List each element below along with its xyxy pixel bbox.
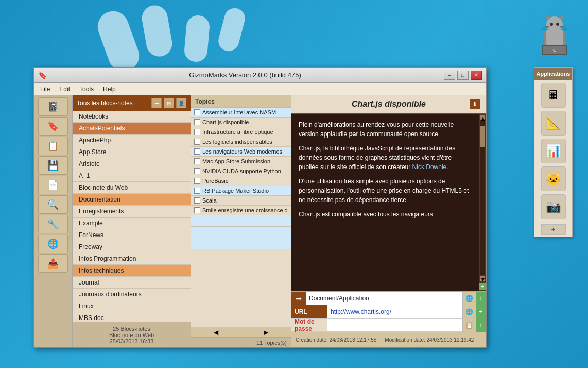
topic-item-empty-3	[191, 238, 291, 249]
note-item-journaux[interactable]: Journaux d'ordinateurs	[73, 289, 191, 300]
svg-marker-4	[559, 13, 565, 20]
topic-checkbox-macappstore[interactable]	[194, 158, 200, 164]
topic-checkbox-scala[interactable]	[194, 197, 200, 204]
app-icon-calculator[interactable]: 🖩	[541, 83, 566, 108]
note-item-aristote[interactable]: Aristote	[73, 158, 191, 170]
scroll-thumb[interactable]	[480, 126, 485, 147]
note-item-freeway[interactable]: Freeway	[73, 241, 191, 253]
app-icon-chart[interactable]: 📊	[541, 139, 566, 163]
maximize-button[interactable]: □	[457, 71, 469, 80]
topic-item-smile[interactable]: Smile enregistre une croissance d	[191, 206, 291, 215]
topic-checkbox-assembleur[interactable]	[194, 109, 200, 115]
note-item-infostech[interactable]: Infos techniques	[73, 265, 191, 277]
note-list-footer: 25 Blocs-notes Bloc-note du Web 25/03/20…	[73, 322, 191, 347]
content-add-btn[interactable]: +	[479, 283, 486, 290]
app-icon-camera[interactable]: 📷	[541, 194, 566, 219]
topic-item-macappstore[interactable]: Mac App Store Submission	[191, 157, 291, 166]
password-copy-btn[interactable]: 📋	[462, 319, 476, 332]
document-field-globe-btn[interactable]: 🌐	[462, 292, 476, 305]
topic-checkbox-purebasic[interactable]	[194, 178, 200, 184]
topic-checkbox-fibre[interactable]	[194, 129, 200, 135]
app-icon-document[interactable]: 📐	[541, 111, 566, 136]
note-list-icon-btn-1[interactable]: ☰	[151, 98, 162, 108]
note-item-notebooks[interactable]: Notebooks	[73, 111, 191, 123]
note-item-apachephp[interactable]: ApachePhp	[73, 135, 191, 146]
document-field-input[interactable]	[306, 292, 462, 305]
document-field-add-btn[interactable]: +	[476, 292, 486, 305]
content-body: Plein d'améliorations au rendez-vous pou…	[291, 114, 479, 291]
close-button[interactable]: ✕	[471, 71, 482, 80]
note-list-header: Tous les blocs-notes ☰ ⊞ 👤	[73, 95, 191, 111]
topic-item-navigateurs[interactable]: Les navigateurs Web modernes	[191, 147, 291, 157]
topic-checkbox-rbpackage[interactable]	[194, 188, 200, 194]
sidebar-icon-save[interactable]: 💾	[38, 156, 68, 175]
password-field-input[interactable]	[327, 319, 462, 331]
note-item-linux[interactable]: Linux	[73, 300, 191, 312]
topic-label-nvidia: NVIDIA CUDA supporte Python	[202, 168, 281, 174]
app-icon-animal[interactable]: 🐱	[541, 166, 566, 191]
note-list-items[interactable]: Notebooks AchatsPotentiels ApachePhp App…	[73, 111, 191, 322]
url-field-globe-btn[interactable]: 🌐	[462, 305, 476, 319]
scroll-up-btn[interactable]: ▲	[480, 115, 485, 120]
left-sidebar: 📓 🔖 📋 💾 📄 🔍 🔧 🌐 📤	[34, 95, 73, 347]
topic-item-assembleur[interactable]: Assembleur Intel avec NASM	[191, 108, 291, 118]
note-list-icon-btn-2[interactable]: ⊞	[164, 98, 174, 108]
note-item-mbsdoc[interactable]: MBS doc	[73, 312, 191, 322]
sidebar-icon-bookmarks[interactable]: 🔖	[38, 117, 68, 136]
note-item-infosprog[interactable]: Infos Programmation	[73, 253, 191, 265]
content-right-scrollbar[interactable]: ▲ ▼ +	[479, 114, 486, 291]
topic-checkbox-navigateurs[interactable]	[194, 148, 200, 155]
apps-add-button[interactable]: +	[541, 224, 566, 235]
note-item-fornews[interactable]: ForNews	[73, 229, 191, 241]
sidebar-icon-web[interactable]: 🌐	[38, 235, 68, 253]
content-title-text: Chart.js disponible	[308, 99, 470, 109]
topic-item-rbpackage[interactable]: RB Package Maker Studio	[191, 186, 291, 196]
note-item-achatspotentiels[interactable]: AchatsPotentiels	[73, 123, 191, 135]
sidebar-icon-clipboard[interactable]: 📋	[38, 137, 68, 155]
sidebar-icon-document[interactable]: 📄	[38, 176, 68, 194]
topic-item-logiciels[interactable]: Les logiciels indispensables	[191, 137, 291, 147]
note-item-example[interactable]: Example	[73, 218, 191, 229]
note-item-enregistrements[interactable]: Enregistrements	[73, 206, 191, 218]
content-title-bar: Chart.js disponible ⬇	[291, 95, 486, 114]
note-item-documentation[interactable]: Documentation	[73, 194, 191, 206]
note-item-journal[interactable]: Journal	[73, 277, 191, 289]
topics-list[interactable]: Assembleur Intel avec NASM Chart.js disp…	[191, 108, 291, 327]
topic-item-fibre[interactable]: Infrastructure à fibre optique	[191, 127, 291, 137]
notebook-label: Bloc-note du Web	[109, 332, 154, 338]
password-add-btn[interactable]: +	[476, 319, 486, 332]
url-field-add-btn[interactable]: +	[476, 305, 486, 319]
note-item-a1[interactable]: A_1	[73, 170, 191, 182]
menu-file[interactable]: File	[36, 85, 54, 94]
menu-edit[interactable]: Edit	[55, 85, 74, 94]
topic-checkbox-smile[interactable]	[194, 207, 200, 213]
topics-nav-prev[interactable]: ◀	[191, 327, 241, 337]
sidebar-icon-settings[interactable]: 🔧	[38, 215, 68, 233]
sidebar-icon-notebooks[interactable]: 📓	[38, 97, 68, 116]
content-para-2: Chart.js, la bibliothèque JavaScript de …	[299, 144, 472, 172]
scroll-down-btn[interactable]: ▼	[480, 276, 485, 281]
topic-item-scala[interactable]: Scala	[191, 196, 291, 206]
topic-item-nvidia[interactable]: NVIDIA CUDA supporte Python	[191, 166, 291, 176]
nick-downie-link[interactable]: Nick Downie	[412, 163, 447, 171]
topics-nav-next[interactable]: ▶	[241, 327, 291, 337]
note-list-icon-btn-profile[interactable]: 👤	[176, 98, 186, 108]
content-scroll-btn[interactable]: ⬇	[470, 99, 480, 109]
topics-panel: Topics Assembleur Intel avec NASM Chart.…	[191, 95, 291, 347]
password-field-row: Mot de passe 📋 +	[291, 319, 486, 332]
menu-help[interactable]: Help	[99, 85, 120, 94]
topic-checkbox-nvidia[interactable]	[194, 168, 200, 174]
topic-checkbox-logiciels[interactable]	[194, 139, 200, 145]
note-item-blocnoteweb[interactable]: Bloc-note du Web	[73, 182, 191, 194]
topic-item-chartjs[interactable]: Chart.js disponible	[191, 118, 291, 127]
sidebar-icon-export[interactable]: 📤	[38, 254, 68, 273]
topic-checkbox-chartjs[interactable]	[194, 119, 200, 125]
menu-tools[interactable]: Tools	[75, 85, 98, 94]
minimize-button[interactable]: –	[444, 71, 455, 80]
topic-item-empty-2	[191, 227, 291, 238]
url-field-input[interactable]	[327, 305, 462, 318]
note-item-app-store[interactable]: App Store	[73, 146, 191, 158]
apps-panel: Applications 🖩 📐 📊 🐱 📷 +	[534, 67, 573, 237]
sidebar-icon-search[interactable]: 🔍	[38, 195, 68, 214]
topic-item-purebasic[interactable]: PureBasic	[191, 176, 291, 186]
